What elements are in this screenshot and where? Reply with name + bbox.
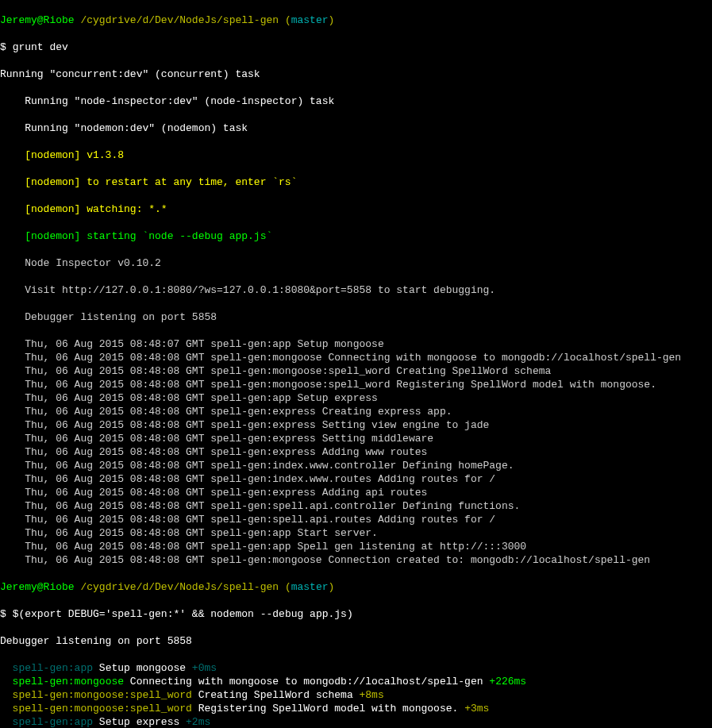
command-text: $(export DEBUG='spell-gen:*' && nodemon … bbox=[13, 608, 353, 620]
debug-log-line: spell-gen:app Setup express +2ms bbox=[0, 715, 712, 728]
git-branch: master bbox=[291, 14, 329, 26]
log-line: Thu, 06 Aug 2015 08:48:08 GMT spell-gen:… bbox=[0, 391, 712, 405]
debug-log-line: spell-gen:mongoose Connecting with mongo… bbox=[0, 675, 712, 688]
log-line: Thu, 06 Aug 2015 08:48:08 GMT spell-gen:… bbox=[0, 553, 712, 567]
log-line: Thu, 06 Aug 2015 08:48:08 GMT spell-gen:… bbox=[0, 432, 712, 445]
debug-message: Connecting with mongoose to mongodb://lo… bbox=[124, 676, 489, 688]
debug-listen: Debugger listening on port 5858 bbox=[0, 634, 712, 648]
log-line: Thu, 06 Aug 2015 08:48:07 GMT spell-gen:… bbox=[0, 337, 712, 351]
prompt-path: /cygdrive/d/Dev/NodeJs/spell-gen bbox=[80, 14, 279, 26]
log-block-2: spell-gen:app Setup mongoose +0ms spell-… bbox=[0, 661, 712, 728]
task-line: Running "concurrent:dev" (concurrent) ta… bbox=[0, 67, 712, 81]
debug-message: Setup express bbox=[93, 716, 186, 728]
log-line: Thu, 06 Aug 2015 08:48:08 GMT spell-gen:… bbox=[0, 364, 712, 378]
debug-log-line: spell-gen:app Setup mongoose +0ms bbox=[0, 661, 712, 675]
terminal-output[interactable]: Jeremy@Riobe /cygdrive/d/Dev/NodeJs/spel… bbox=[0, 0, 712, 728]
debug-message: Setup mongoose bbox=[93, 662, 192, 674]
prompt-sigil: $ bbox=[0, 41, 6, 53]
subtask-line: Running "nodemon:dev" (nodemon) task bbox=[0, 121, 712, 135]
subtask-line: Running "node-inspector:dev" (node-inspe… bbox=[0, 94, 712, 108]
log-line: Thu, 06 Aug 2015 08:48:08 GMT spell-gen:… bbox=[0, 499, 712, 513]
debug-time: +3ms bbox=[464, 703, 489, 715]
log-line: Thu, 06 Aug 2015 08:48:08 GMT spell-gen:… bbox=[0, 378, 712, 391]
nodemon-starting: [nodemon] starting `node --debug app.js` bbox=[0, 229, 712, 243]
debug-message: Creating SpellWord schema bbox=[192, 689, 360, 701]
debug-namespace: spell-gen:app bbox=[13, 716, 93, 728]
nodemon-watching: [nodemon] watching: *.* bbox=[0, 202, 712, 216]
debug-log-line: spell-gen:mongoose:spell_word Creating S… bbox=[0, 688, 712, 702]
command-line-1: $ grunt dev bbox=[0, 40, 712, 54]
debug-time: +226ms bbox=[489, 676, 526, 688]
command-text: grunt dev bbox=[13, 41, 68, 53]
log-line: Thu, 06 Aug 2015 08:48:08 GMT spell-gen:… bbox=[0, 486, 712, 499]
prompt-user: Jeremy@Riobe bbox=[0, 14, 75, 26]
debug-namespace: spell-gen:mongoose:spell_word bbox=[13, 689, 192, 701]
nodemon-version: [nodemon] v1.3.8 bbox=[0, 148, 712, 162]
inspector-version: Node Inspector v0.10.2 bbox=[0, 256, 712, 270]
log-line: Thu, 06 Aug 2015 08:48:08 GMT spell-gen:… bbox=[0, 418, 712, 432]
log-block-1: Thu, 06 Aug 2015 08:48:07 GMT spell-gen:… bbox=[0, 337, 712, 567]
log-line: Thu, 06 Aug 2015 08:48:08 GMT spell-gen:… bbox=[0, 459, 712, 472]
debug-message: Registering SpellWord model with mongoos… bbox=[192, 703, 464, 715]
log-line: Thu, 06 Aug 2015 08:48:08 GMT spell-gen:… bbox=[0, 513, 712, 526]
log-line: Thu, 06 Aug 2015 08:48:08 GMT spell-gen:… bbox=[0, 526, 712, 540]
log-line: Thu, 06 Aug 2015 08:48:08 GMT spell-gen:… bbox=[0, 351, 712, 364]
log-line: Thu, 06 Aug 2015 08:48:08 GMT spell-gen:… bbox=[0, 472, 712, 486]
prompt-line: Jeremy@Riobe /cygdrive/d/Dev/NodeJs/spel… bbox=[0, 13, 712, 27]
prompt-line: Jeremy@Riobe /cygdrive/d/Dev/NodeJs/spel… bbox=[0, 580, 712, 594]
debug-listen: Debugger listening on port 5858 bbox=[0, 310, 712, 324]
debug-time: +2ms bbox=[186, 716, 210, 728]
debug-namespace: spell-gen:mongoose bbox=[13, 676, 124, 688]
log-line: Thu, 06 Aug 2015 08:48:08 GMT spell-gen:… bbox=[0, 405, 712, 418]
debug-time: +8ms bbox=[360, 689, 384, 701]
log-line: Thu, 06 Aug 2015 08:48:08 GMT spell-gen:… bbox=[0, 540, 712, 553]
debug-log-line: spell-gen:mongoose:spell_word Registerin… bbox=[0, 702, 712, 715]
inspector-visit: Visit http://127.0.0.1:8080/?ws=127.0.0.… bbox=[0, 283, 712, 297]
debug-time: +0ms bbox=[192, 662, 217, 674]
nodemon-restart: [nodemon] to restart at any time, enter … bbox=[0, 175, 712, 189]
debug-namespace: spell-gen:mongoose:spell_word bbox=[13, 703, 192, 715]
command-line-2: $ $(export DEBUG='spell-gen:*' && nodemo… bbox=[0, 607, 712, 621]
log-line: Thu, 06 Aug 2015 08:48:08 GMT spell-gen:… bbox=[0, 445, 712, 459]
debug-namespace: spell-gen:app bbox=[13, 662, 93, 674]
